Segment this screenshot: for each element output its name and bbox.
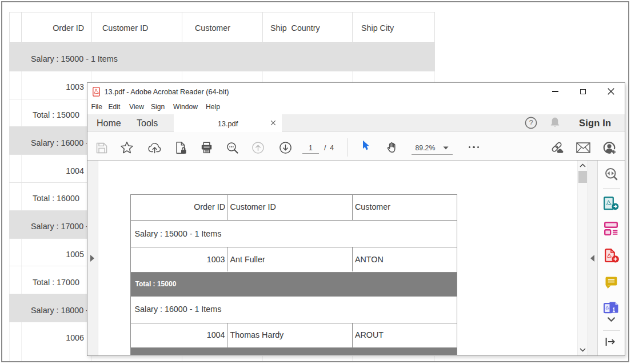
svg-text:?: ? xyxy=(529,119,533,127)
